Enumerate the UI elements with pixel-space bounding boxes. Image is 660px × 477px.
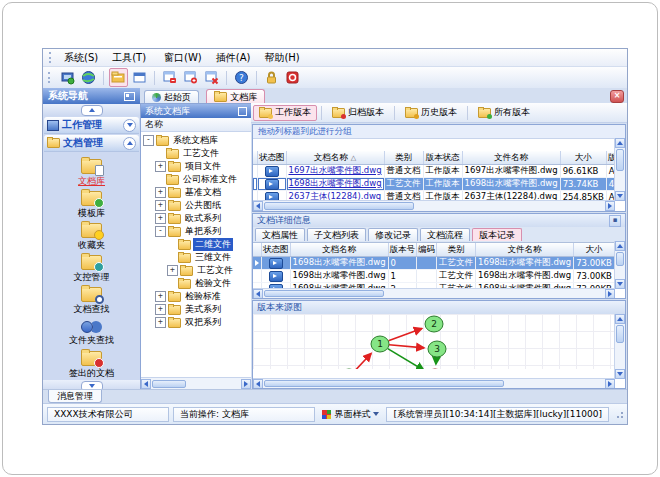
scroll-left-button[interactable] <box>141 379 151 389</box>
vertical-scrollbar[interactable] <box>614 138 625 201</box>
horizontal-scrollbar[interactable] <box>253 200 615 211</box>
menu-item[interactable]: 帮助(H) <box>257 51 306 64</box>
column-header[interactable]: 大小 <box>574 243 615 257</box>
doc-remove-icon[interactable] <box>202 68 221 87</box>
tree-column-header[interactable]: 名称 <box>141 118 251 132</box>
document-name-link[interactable]: 1697出水嘴零件图.dwg <box>289 165 382 175</box>
column-header[interactable]: 版本状态 <box>423 151 462 165</box>
tree-item[interactable]: +检验标准 <box>141 290 251 303</box>
scroll-up-button[interactable] <box>615 138 625 148</box>
vertical-scrollbar[interactable] <box>614 241 625 289</box>
window-layout-icon[interactable] <box>130 68 149 87</box>
version-graph-canvas[interactable]: 01234 <box>253 314 615 369</box>
scroll-down-button[interactable] <box>615 369 625 379</box>
interface-style-button[interactable]: 界面样式 <box>319 408 382 421</box>
tree-item[interactable]: 三维文件 <box>141 251 251 264</box>
tree-item[interactable]: 二维文件 <box>141 238 251 251</box>
detail-tab-item[interactable]: 文档属性 <box>255 228 305 241</box>
scrollbar-thumb[interactable] <box>264 290 384 297</box>
tree-item[interactable]: 公司标准文件 <box>141 173 251 186</box>
doc-archive-icon[interactable] <box>181 68 200 87</box>
sidebar-item-folder-checkout[interactable]: 签出的文档 <box>44 348 140 380</box>
panel-options-button[interactable]: ▪ <box>609 215 621 227</box>
close-tab-button[interactable]: × <box>610 90 624 103</box>
detail-tab-item[interactable]: 文档流程 <box>420 228 470 241</box>
tree-item[interactable]: -系统文档库 <box>141 134 251 147</box>
menu-item[interactable]: 插件(A) <box>209 51 258 64</box>
tree-expander-minus-icon[interactable]: - <box>143 135 154 146</box>
tree-item[interactable]: -单把系列 <box>141 225 251 238</box>
scroll-down-button[interactable] <box>615 191 625 201</box>
tree-item[interactable]: +基准文档 <box>141 186 251 199</box>
expand-group-button[interactable] <box>123 119 136 132</box>
horizontal-scrollbar[interactable] <box>253 288 615 298</box>
scrollbar-thumb[interactable] <box>152 380 186 388</box>
tree-expander-minus-icon[interactable]: - <box>155 226 166 237</box>
document-name-cell[interactable]: 1698出水嘴零件图.dwg <box>286 178 384 191</box>
resize-grip[interactable] <box>615 410 623 418</box>
column-header[interactable]: 状态图 <box>262 243 291 257</box>
tree-horizontal-scrollbar[interactable] <box>141 377 251 389</box>
scroll-right-button[interactable] <box>241 379 251 389</box>
tree-item[interactable]: +美式系列 <box>141 303 251 316</box>
sidebar-item-folder-doc[interactable]: 文档库 <box>44 156 140 188</box>
new-folder-window-icon[interactable] <box>109 68 128 87</box>
help-icon[interactable]: ? <box>232 68 251 87</box>
tree-item[interactable]: 工艺文件 <box>141 147 251 160</box>
column-header[interactable]: 状态图 <box>258 151 287 165</box>
tree-expander-plus-icon[interactable]: + <box>155 187 166 198</box>
group-by-bar[interactable]: 拖动列标题到此进行分组 <box>253 125 625 139</box>
scrollbar-thumb[interactable] <box>264 202 414 210</box>
version-filter-button[interactable]: 工作版本 <box>253 105 317 121</box>
scrollbar-thumb[interactable] <box>616 149 624 171</box>
tree-expander-plus-icon[interactable]: + <box>167 265 178 276</box>
column-header[interactable]: 文档名称△ <box>286 151 384 165</box>
tree-item[interactable]: +欧式系列 <box>141 212 251 225</box>
collapse-group-button[interactable] <box>123 137 136 150</box>
menu-item[interactable]: 窗口(W) <box>157 51 209 64</box>
lock-icon[interactable] <box>262 68 281 87</box>
scrollbar-thumb[interactable] <box>264 380 504 387</box>
tree-expander-plus-icon[interactable]: + <box>155 317 166 328</box>
vertical-scrollbar[interactable] <box>614 314 625 379</box>
collapse-up-button[interactable] <box>81 105 103 116</box>
table-row[interactable]: 1697出水嘴零件图.dwg普通文档工作版本1697出水嘴零件图.dwg96.6… <box>253 165 615 178</box>
column-header[interactable]: 文件名称 <box>476 243 574 257</box>
tree-expander-plus-icon[interactable]: + <box>155 161 166 172</box>
tree-item[interactable]: +工艺文件 <box>141 264 251 277</box>
column-header[interactable]: 类别 <box>384 151 423 165</box>
menu-item[interactable]: 工具(T) <box>105 51 153 64</box>
sidebar-item-binoculars[interactable]: 文件夹查找 <box>44 316 140 348</box>
table-row[interactable]: 1698出水嘴零件图.dwg工艺文件工作版本1698出水嘴零件图.dwg73.7… <box>253 178 615 191</box>
message-management-tab[interactable]: 消息管理 <box>48 390 102 403</box>
scroll-right-button[interactable] <box>605 289 615 299</box>
column-header[interactable]: 版本号 <box>388 243 417 257</box>
tab-document-library[interactable]: 文档库 <box>206 89 265 104</box>
scroll-left-button[interactable] <box>253 379 263 389</box>
detail-tab-active[interactable]: 版本记录 <box>472 228 522 241</box>
document-name-cell[interactable]: 1697出水嘴零件图.dwg <box>286 165 384 178</box>
scrollbar-thumb[interactable] <box>616 252 624 266</box>
tree-item[interactable]: +项目文件 <box>141 160 251 173</box>
scrollbar-thumb[interactable] <box>616 325 624 343</box>
scroll-right-button[interactable] <box>605 201 615 211</box>
scroll-left-button[interactable] <box>253 289 263 299</box>
sidebar-group-document[interactable]: 文档管理 <box>44 135 139 152</box>
doc-export-icon[interactable] <box>160 68 179 87</box>
dock-icon[interactable] <box>124 92 135 101</box>
detail-tab-item[interactable]: 子文档列表 <box>307 228 366 241</box>
scroll-down-button[interactable] <box>615 279 625 289</box>
tree-expander-plus-icon[interactable]: + <box>155 213 166 224</box>
scroll-right-button[interactable] <box>605 379 615 389</box>
table-row[interactable]: 1698出水嘴零件图.dwg1工艺文件1698出水嘴零件图.dwg73.00KB… <box>253 270 615 283</box>
version-filter-button[interactable]: 所有版本 <box>472 105 536 121</box>
tree-item[interactable]: 检验文件 <box>141 277 251 290</box>
tree-expander-plus-icon[interactable]: + <box>155 291 166 302</box>
globe-icon[interactable] <box>79 68 98 87</box>
tree-item[interactable]: +双把系列 <box>141 316 251 329</box>
column-header[interactable]: 文件名称 <box>462 151 560 165</box>
menu-item[interactable]: 系统(S) <box>57 51 105 64</box>
tree-item[interactable]: +公共图纸 <box>141 199 251 212</box>
tree-expander-plus-icon[interactable]: + <box>155 304 166 315</box>
pin-icon[interactable] <box>238 107 247 116</box>
